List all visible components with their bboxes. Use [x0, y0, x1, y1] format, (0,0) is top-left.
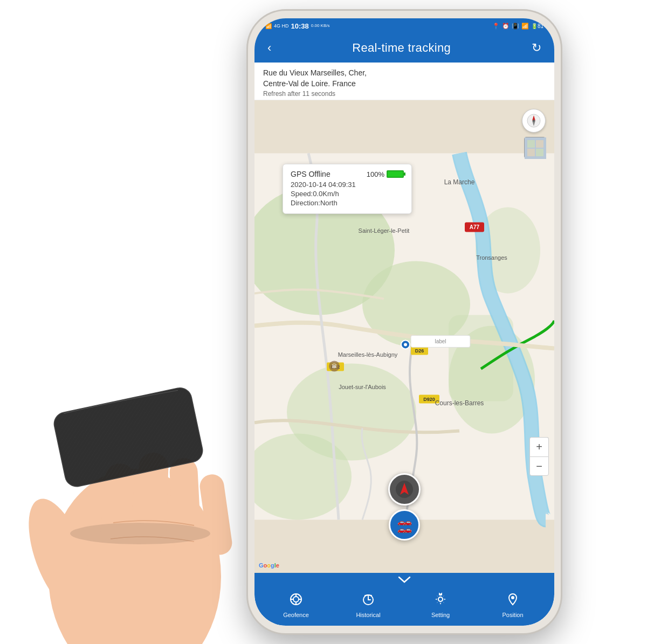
thumbnail-icon: [525, 137, 546, 159]
svg-point-67: [511, 596, 514, 599]
location-bar: Rue du Vieux Marseilles, Cher, Centre-Va…: [254, 63, 554, 100]
svg-point-56: [293, 597, 299, 602]
position-svg-icon: [506, 592, 520, 606]
gps-speed: Speed:0.0Km/h: [291, 190, 404, 198]
signal-icon: 📶: [265, 23, 272, 29]
hand-svg: [0, 189, 275, 644]
gps-popup: GPS Offline 100% 2020-10-14 04:09:31 Spe…: [283, 164, 412, 214]
svg-text:Jouet-sur-l'Aubois: Jouet-sur-l'Aubois: [339, 384, 386, 391]
svg-rect-46: [536, 140, 543, 148]
battery-icon: [387, 170, 404, 178]
chevron-down-icon: [398, 576, 411, 584]
historical-label: Historical: [356, 612, 380, 618]
compass-button[interactable]: [522, 109, 546, 133]
svg-text:Marseilles-lès-Aubigny: Marseilles-lès-Aubigny: [338, 352, 398, 358]
svg-text:Tronsanges: Tronsanges: [476, 255, 507, 261]
vibrate-icon: 📳: [512, 23, 519, 30]
svg-text:🚗: 🚗: [404, 518, 412, 526]
battery-status: 🔋81: [531, 23, 543, 29]
bottom-navigation: Geofence Historical: [254, 587, 554, 626]
nav-item-historical[interactable]: Historical: [349, 592, 387, 618]
kbs-display: 0.00 KB/s: [311, 24, 330, 28]
refresh-button[interactable]: ↻: [527, 39, 546, 57]
wifi-icon: 📶: [521, 23, 529, 30]
svg-point-43: [533, 120, 535, 122]
nav-item-geofence[interactable]: Geofence: [277, 592, 315, 618]
setting-label: Setting: [431, 612, 450, 618]
svg-text:🚗: 🚗: [404, 525, 412, 534]
gps-popup-header: GPS Offline 100%: [291, 170, 404, 178]
svg-point-66: [438, 597, 443, 601]
svg-text:label: label: [435, 339, 446, 345]
status-right: 📍 ⏰ 📳 📶 🔋81: [492, 23, 543, 30]
alarm-icon: ⏰: [502, 23, 510, 30]
scene: 📶 4G HD 10:38 0.00 KB/s 📍 ⏰ 📳 📶 🔋81: [0, 0, 647, 644]
historical-svg-icon: [361, 592, 375, 606]
refresh-countdown: Refresh after 11 seconds: [263, 90, 546, 98]
phone-frame: 📶 4G HD 10:38 0.00 KB/s 📍 ⏰ 📳 📶 🔋81: [248, 11, 561, 633]
svg-point-6: [70, 523, 210, 544]
svg-text:D26: D26: [415, 349, 424, 354]
compass-icon: [526, 113, 541, 128]
navigation-button[interactable]: [388, 473, 421, 505]
status-bar: 📶 4G HD 10:38 0.00 KB/s 📍 ⏰ 📳 📶 🔋81: [254, 18, 554, 33]
zoom-out-button[interactable]: −: [529, 456, 549, 476]
svg-rect-48: [536, 149, 543, 156]
svg-text:Saint-Léger-le-Petit: Saint-Léger-le-Petit: [359, 228, 410, 234]
map-area[interactable]: A77 D26 D12 D920 Argenvières La Marche S…: [254, 100, 554, 573]
address-text: Rue du Vieux Marseilles, Cher, Centre-Va…: [263, 68, 546, 89]
status-left: 📶 4G HD 10:38 0.00 KB/s: [265, 22, 329, 30]
phone-screen: 📶 4G HD 10:38 0.00 KB/s 📍 ⏰ 📳 📶 🔋81: [254, 18, 554, 626]
app-header: ‹ Real-time tracking ↻: [254, 33, 554, 63]
geofence-label: Geofence: [283, 612, 309, 618]
zoom-in-button[interactable]: +: [529, 437, 549, 456]
position-icon: [506, 592, 520, 610]
setting-svg-icon: [433, 592, 448, 606]
svg-text:La Marche: La Marche: [444, 179, 475, 186]
hand-illustration: [0, 189, 275, 644]
svg-point-35: [404, 343, 407, 347]
gps-datetime: 2020-10-14 04:09:31: [291, 181, 404, 189]
gps-direction: Direction:North: [291, 199, 404, 207]
nav-arrow-icon: [395, 480, 414, 499]
page-title: Real-time tracking: [352, 41, 451, 55]
geofence-icon: [289, 592, 303, 610]
svg-rect-47: [527, 149, 535, 156]
historical-icon: [361, 592, 375, 610]
zoom-controls: + −: [529, 437, 549, 476]
svg-text:D920: D920: [423, 397, 435, 403]
svg-rect-45: [527, 140, 535, 148]
status-time: 10:38: [291, 22, 309, 30]
location-icon: 📍: [492, 23, 500, 30]
battery-percentage: 100%: [367, 170, 384, 178]
svg-text:A77: A77: [470, 225, 480, 231]
map-thumbnail[interactable]: [524, 137, 546, 158]
svg-text:🏛: 🏛: [332, 364, 337, 370]
car-group-button[interactable]: 🚗 🚗 🚗 🚗: [389, 509, 420, 541]
geofence-svg-icon: [289, 592, 303, 606]
gps-status-text: GPS Offline: [291, 170, 331, 178]
google-logo: Google: [259, 562, 279, 569]
battery-display: 100%: [367, 170, 404, 178]
nav-item-setting[interactable]: Setting: [422, 592, 459, 618]
back-button[interactable]: ‹: [263, 39, 276, 57]
nav-item-position[interactable]: Position: [494, 592, 532, 618]
signal-text: 4G HD: [274, 23, 289, 29]
setting-icon: [433, 592, 448, 610]
position-label: Position: [502, 612, 523, 618]
svg-text:Cours-les-Barres: Cours-les-Barres: [435, 400, 484, 407]
car-icons: 🚗 🚗 🚗 🚗: [395, 516, 414, 534]
chevron-bar[interactable]: [254, 573, 554, 587]
